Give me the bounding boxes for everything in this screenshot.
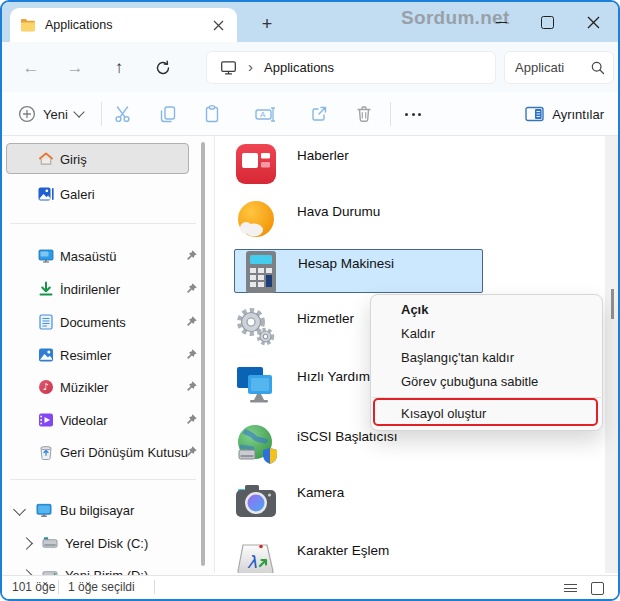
svg-text:♪: ♪	[43, 381, 49, 392]
sidebar-item-new-volume-d[interactable]: Yeni Birim (D:)	[2, 559, 202, 576]
videos-icon	[38, 412, 54, 428]
tab-close-icon[interactable]	[209, 16, 227, 34]
file-item-label: Karakter Eşlem	[297, 543, 389, 558]
home-icon	[38, 151, 54, 167]
desktop-icon	[38, 248, 54, 264]
sidebar-item-label: Yerel Disk (C:)	[65, 536, 148, 551]
menu-item-pin-to-taskbar[interactable]: Görev çubuğuna sabitle	[371, 370, 602, 394]
explorer-tab[interactable]: Applications	[10, 8, 237, 42]
explorer-window: Applications + Sordum.net ← → ↑ › Applic…	[0, 0, 620, 601]
recycle-bin-icon	[38, 444, 54, 460]
close-button[interactable]	[570, 2, 616, 42]
file-item-label: Hesap Makinesi	[298, 256, 394, 271]
item-count: 101 öğe	[12, 580, 55, 594]
list-view-icon	[564, 584, 577, 592]
menu-item-unpin-from-start[interactable]: Başlangıç'tan kaldır	[371, 346, 602, 370]
sidebar-item-this-pc[interactable]: Bu bilgisayar	[2, 494, 202, 526]
search-input[interactable]: Applicati	[515, 60, 590, 75]
new-button[interactable]: Yeni	[14, 99, 87, 129]
address-bar[interactable]: › Applications	[206, 51, 496, 84]
camera-icon	[234, 479, 278, 523]
details-toggle-button[interactable]: Ayrıntılar	[525, 99, 604, 129]
search-box[interactable]: Applicati	[504, 51, 614, 84]
file-item-label: iSCSI Başlatıcısı	[297, 429, 398, 444]
rename-icon: A	[254, 104, 276, 124]
up-icon: ↑	[115, 58, 124, 78]
navigation-bar: ← → ↑ › Applications Applicati	[2, 42, 618, 92]
file-item-label: Hava Durumu	[297, 204, 380, 219]
file-item-character-map[interactable]: λ Karakter Eşlem	[215, 537, 605, 573]
sidebar-scrollbar[interactable]	[201, 142, 205, 566]
delete-button[interactable]	[347, 99, 381, 129]
refresh-icon	[155, 60, 171, 76]
close-icon	[587, 16, 600, 29]
sidebar-item-desktop[interactable]: Masaüstü	[2, 240, 202, 272]
list-view-button[interactable]	[562, 580, 578, 596]
menu-item-create-shortcut[interactable]: Kısayol oluştur	[371, 401, 602, 426]
icon-view-button[interactable]	[589, 580, 605, 596]
sidebar-item-label: Resimler	[60, 348, 111, 363]
more-options-button[interactable]	[396, 99, 430, 129]
title-bar: Applications + Sordum.net	[2, 2, 618, 42]
toolbar-divider	[390, 102, 391, 126]
sidebar-item-pictures[interactable]: Resimler	[2, 339, 202, 371]
sidebar-item-documents[interactable]: Documents	[2, 306, 202, 338]
maximize-icon	[541, 16, 554, 29]
up-button[interactable]: ↑	[106, 55, 132, 81]
sidebar-item-label: Giriş	[60, 152, 87, 167]
forward-button[interactable]: →	[62, 55, 88, 81]
file-item-weather[interactable]: Hava Durumu	[215, 198, 605, 242]
folder-icon	[20, 18, 36, 32]
file-item-camera[interactable]: Kamera	[215, 479, 605, 523]
copy-button[interactable]	[151, 99, 185, 129]
file-item-label: Kamera	[297, 485, 344, 500]
sidebar-item-downloads[interactable]: İndirilenler	[2, 273, 202, 305]
sidebar-item-label: Galeri	[60, 187, 95, 202]
file-item-label: Hızlı Yardım	[297, 369, 370, 384]
menu-item-open[interactable]: Açık	[371, 298, 602, 322]
file-item-news[interactable]: Haberler	[215, 142, 605, 186]
new-button-label: Yeni	[43, 107, 68, 122]
share-button[interactable]	[302, 99, 336, 129]
status-divider	[58, 580, 59, 594]
sidebar-divider	[10, 223, 196, 224]
pin-icon	[185, 249, 198, 262]
document-icon	[38, 314, 54, 330]
sidebar-item-label: İndirilenler	[60, 282, 120, 297]
pictures-icon	[38, 347, 54, 363]
sidebar-item-videos[interactable]: Videolar	[2, 404, 202, 436]
minimize-icon	[496, 22, 507, 23]
gallery-icon	[38, 186, 54, 202]
chevron-expanded-icon[interactable]	[13, 503, 26, 516]
vertical-scrollbar[interactable]	[605, 136, 619, 573]
search-icon	[590, 60, 605, 75]
rename-button[interactable]: A	[248, 99, 282, 129]
paste-button[interactable]	[195, 99, 229, 129]
minimize-button[interactable]	[478, 2, 524, 42]
file-item-calculator-selected[interactable]: Hesap Makinesi	[234, 249, 483, 293]
sidebar-item-local-disk-c[interactable]: Yerel Disk (C:)	[2, 527, 202, 559]
calculator-icon	[239, 250, 283, 294]
sidebar-item-recycle-bin[interactable]: Geri Dönüşüm Kutusu	[2, 436, 202, 468]
status-divider	[154, 580, 155, 594]
menu-item-uninstall[interactable]: Kaldır	[371, 322, 602, 346]
details-toggle-label: Ayrıntılar	[552, 107, 604, 122]
sidebar-item-music[interactable]: ♪ Müzikler	[2, 371, 202, 403]
cut-icon	[113, 104, 133, 124]
character-map-icon: λ	[234, 537, 278, 573]
cut-button[interactable]	[106, 99, 140, 129]
sidebar-item-gallery[interactable]: Galeri	[2, 178, 202, 210]
new-tab-button[interactable]: +	[254, 11, 280, 37]
selected-count: 1 öğe seçildi	[68, 580, 135, 594]
toolbar-divider	[101, 102, 102, 126]
back-button[interactable]: ←	[18, 55, 44, 81]
copy-icon	[158, 104, 178, 124]
chevron-collapsed-icon[interactable]	[20, 537, 33, 550]
sidebar-item-label: Videolar	[60, 413, 107, 428]
scrollbar-thumb[interactable]	[611, 289, 614, 319]
sidebar-item-home[interactable]: Giriş	[2, 143, 202, 175]
maximize-button[interactable]	[524, 2, 570, 42]
pin-icon	[185, 315, 198, 328]
refresh-button[interactable]	[150, 55, 176, 81]
sidebar-selection-highlight	[6, 143, 189, 174]
